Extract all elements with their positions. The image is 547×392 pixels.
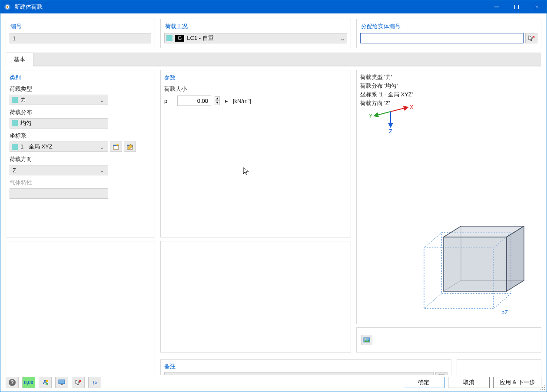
- assign-input[interactable]: [360, 33, 524, 43]
- params-panel: 参数 荷载大小 p ▲ ▼ ▸ [kN/m³]: [160, 70, 351, 237]
- svg-point-47: [540, 389, 541, 390]
- category-title: 类别: [10, 74, 151, 82]
- svg-text:Z: Z: [389, 128, 392, 134]
- distribution-label: 荷载分布: [10, 109, 151, 116]
- svg-point-45: [542, 387, 543, 388]
- mid-spacer-panel: [160, 241, 351, 352]
- svg-rect-40: [61, 384, 63, 385]
- loadcase-label: 荷载工况: [164, 22, 347, 33]
- svg-point-46: [544, 387, 545, 388]
- loadcase-panel: 荷载工况 G LC1 - 自重 ⌄: [160, 19, 351, 48]
- loadcase-category-badge: G: [175, 35, 184, 42]
- resize-grip[interactable]: [540, 385, 546, 391]
- chevron-down-icon: ⌄: [340, 35, 345, 42]
- load-type-label: 荷载类型: [10, 85, 151, 93]
- svg-point-2: [7, 6, 8, 8]
- preview-image-button[interactable]: [361, 335, 372, 345]
- svg-text:?: ?: [10, 379, 14, 385]
- close-button[interactable]: [527, 0, 547, 13]
- spin-down-icon[interactable]: ▼: [215, 101, 220, 105]
- svg-text:Y: Y: [369, 112, 373, 119]
- svg-point-31: [365, 339, 366, 340]
- spin-up-icon[interactable]: ▲: [215, 96, 220, 101]
- coord-value: 1 - 全局 XYZ: [20, 143, 97, 151]
- number-input[interactable]: 1: [10, 33, 151, 43]
- distribution-display: 均匀: [10, 118, 108, 128]
- axis-triad: X Y Z: [365, 104, 413, 134]
- loadcase-selected-text: LC1 - 自重: [187, 34, 338, 42]
- direction-label: 荷载方向: [10, 155, 151, 163]
- svg-line-15: [374, 112, 391, 116]
- bottom-toolbar: ? 0,00 A ƒx 确定 取消 应用 & 下一步: [0, 375, 547, 392]
- preview-bottom-panel: [356, 327, 541, 352]
- titlebar: 新建体荷载: [0, 0, 547, 13]
- svg-point-48: [542, 389, 543, 390]
- color-swatch: [12, 97, 18, 103]
- svg-line-19: [424, 233, 441, 248]
- number-label: 编号: [10, 22, 151, 33]
- param-unit: [kN/m³]: [233, 98, 251, 104]
- load-type-value: 力: [20, 96, 97, 104]
- svg-rect-4: [515, 5, 519, 9]
- edit-coord-button[interactable]: [124, 142, 136, 152]
- ok-button[interactable]: 确定: [403, 377, 444, 388]
- minimize-button[interactable]: [487, 0, 507, 13]
- load-type-select[interactable]: 力 ⌄: [10, 95, 108, 105]
- coord-select[interactable]: 1 - 全局 XYZ ⌄: [10, 142, 108, 152]
- coord-label: 坐标系: [10, 132, 151, 140]
- svg-rect-39: [59, 380, 65, 384]
- gas-display: [10, 188, 108, 199]
- distribution-value: 均匀: [20, 119, 32, 127]
- svg-line-13: [391, 107, 408, 112]
- number-panel: 编号 1: [6, 19, 155, 48]
- preview-cube: pZ: [415, 220, 528, 320]
- units-button[interactable]: 0,00: [22, 377, 35, 388]
- tab-basic[interactable]: 基本: [6, 53, 33, 66]
- chevron-down-icon: ⌄: [99, 167, 106, 174]
- maximize-button[interactable]: [507, 0, 527, 13]
- preview-line-3: 坐标系 '1 - 全局 XYZ': [360, 91, 538, 99]
- left-spacer-panel: [6, 241, 155, 387]
- spin-buttons[interactable]: ▲ ▼: [215, 96, 220, 105]
- preview-line-1: 荷载类型 '力': [360, 73, 538, 81]
- cancel-button[interactable]: 取消: [448, 377, 490, 388]
- direction-select[interactable]: Z ⌄: [10, 165, 108, 175]
- clear-pick-button[interactable]: [72, 377, 85, 388]
- color-swatch: [12, 120, 18, 126]
- notes-label: 备注: [164, 362, 448, 372]
- help-button[interactable]: ?: [6, 377, 19, 388]
- function-button[interactable]: ƒx: [88, 377, 101, 388]
- preview-panel: 荷载类型 '力' 荷载分布 '均匀' 坐标系 '1 - 全局 XYZ' 荷载方向…: [356, 70, 541, 324]
- svg-text:pZ: pZ: [501, 309, 508, 316]
- svg-line-22: [424, 293, 441, 309]
- pick-objects-button[interactable]: [525, 33, 537, 43]
- text-settings-button[interactable]: A: [39, 377, 52, 388]
- cursor-icon: [242, 167, 249, 175]
- svg-marker-23: [444, 237, 507, 291]
- direction-value: Z: [12, 167, 97, 174]
- gas-label: 气体特性: [10, 179, 151, 187]
- svg-line-21: [494, 293, 511, 309]
- svg-text:X: X: [410, 104, 413, 110]
- chevron-down-icon: ⌄: [99, 144, 106, 150]
- svg-rect-41: [60, 385, 63, 385]
- play-icon[interactable]: ▸: [223, 98, 229, 104]
- apply-next-button[interactable]: 应用 & 下一步: [493, 377, 541, 388]
- assign-label: 分配给实体编号: [360, 22, 537, 33]
- loadcase-select[interactable]: G LC1 - 自重 ⌄: [164, 33, 347, 43]
- loadcase-color-swatch: [166, 35, 172, 41]
- new-coord-button[interactable]: [110, 142, 122, 152]
- svg-marker-25: [507, 226, 524, 291]
- color-swatch: [12, 144, 18, 150]
- svg-point-49: [544, 389, 545, 390]
- magnitude-label: 荷载大小: [164, 85, 347, 93]
- app-icon: [4, 3, 11, 10]
- preview-line-2: 荷载分布 '均匀': [360, 82, 538, 90]
- svg-point-44: [544, 385, 545, 386]
- display-button[interactable]: [55, 377, 68, 388]
- tabs: 基本: [6, 53, 541, 66]
- param-symbol: p: [164, 98, 174, 104]
- svg-rect-37: [46, 380, 48, 382]
- window-title: 新建体荷载: [14, 3, 487, 11]
- param-value-input[interactable]: [177, 96, 211, 106]
